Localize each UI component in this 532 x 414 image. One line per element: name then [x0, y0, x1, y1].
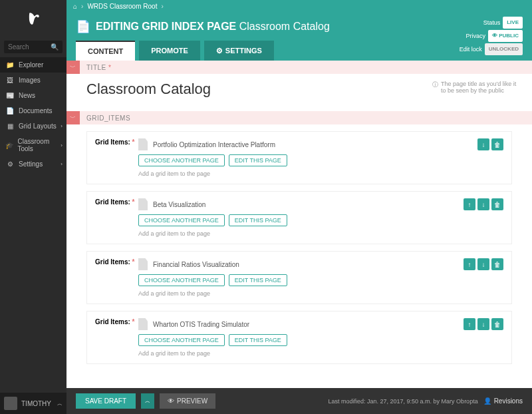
chevron-right-icon: ›: [81, 3, 83, 10]
tab-promote[interactable]: PROMOTE: [139, 41, 200, 61]
edit-page-button[interactable]: EDIT THIS PAGE: [229, 154, 287, 166]
sidebar-item-classroom-tools[interactable]: 🎓Classroom Tools›: [0, 134, 66, 156]
title-help: ⓘ The page title as you'd like it to be …: [426, 81, 519, 98]
avatar: [4, 397, 17, 410]
sidebar-item-settings[interactable]: ⚙Settings›: [0, 156, 66, 172]
search-icon: 🔍: [51, 43, 59, 51]
breadcrumb-root[interactable]: WRDS Classroom Root: [87, 3, 157, 10]
page-meta: StatusLIVE Privacy👁 PUBLIC Edit lockUNLO…: [460, 17, 523, 57]
delete-button[interactable]: 🗑: [491, 198, 503, 210]
delete-button[interactable]: 🗑: [491, 258, 503, 270]
user-name: TIMOTHY: [21, 400, 51, 407]
sidebar: 🔍 📁Explorer🖼Images📰News📄Documents▦Grid L…: [0, 0, 66, 414]
nav-label: Images: [19, 77, 41, 84]
field-hint: Add a grid item to the page: [138, 350, 493, 357]
delete-button[interactable]: 🗑: [491, 318, 503, 330]
eye-icon: 👁: [168, 397, 174, 405]
sidebar-item-images[interactable]: 🖼Images: [0, 73, 66, 88]
edit-page-button[interactable]: EDIT THIS PAGE: [229, 274, 287, 286]
gear-icon: ⚙: [216, 47, 223, 55]
help-icon: ⓘ: [432, 81, 438, 98]
edit-page-button[interactable]: EDIT THIS PAGE: [229, 214, 287, 226]
collapse-toggle[interactable]: ﹀: [66, 61, 80, 74]
grid-item: Grid Items: *Portfolio Optimization Inte…: [86, 131, 512, 184]
nav-label: News: [19, 92, 35, 99]
sidebar-item-documents[interactable]: 📄Documents: [0, 103, 66, 118]
nav-icon: 🎓: [5, 142, 13, 149]
search-input[interactable]: [8, 43, 51, 51]
move-up-button[interactable]: ↑: [464, 258, 475, 270]
user-icon: 👤: [483, 397, 491, 405]
field-label: Grid Items: *: [95, 258, 138, 266]
page-name: Wharton OTIS Trading Simulator: [153, 321, 249, 328]
last-modified: Last modified: Jan. 27, 2017, 9:50 a.m. …: [329, 398, 478, 405]
nav-icon: ⚙: [5, 160, 15, 168]
nav-label: Grid Layouts: [19, 122, 57, 130]
lock-badge[interactable]: UNLOCKED: [485, 43, 523, 55]
header: 📄 EDITING GRID INDEX PAGE Classroom Cata…: [66, 13, 532, 61]
user-bar[interactable]: TIMOTHY ︿: [0, 393, 66, 414]
grid-item: Grid Items: *Financial Ratios Visualizat…: [86, 251, 512, 304]
field-label: Grid Items: *: [95, 198, 138, 206]
choose-page-button[interactable]: CHOOSE ANOTHER PAGE: [138, 214, 225, 226]
footer: SAVE DRAFT ︿ 👁PREVIEW Last modified: Jan…: [66, 388, 532, 414]
title-input[interactable]: Classroom Catalog: [86, 81, 426, 98]
tab-settings[interactable]: ⚙SETTINGS: [204, 41, 274, 61]
document-icon: [138, 318, 148, 330]
nav-label: Settings: [19, 160, 43, 168]
content-panel: ﹀ TITLE * Classroom Catalog ⓘ The page t…: [66, 61, 532, 414]
delete-button[interactable]: 🗑: [491, 138, 503, 150]
chevron-right-icon: ›: [61, 123, 63, 129]
page-icon: 📄: [76, 19, 90, 34]
section-title-header: ﹀ TITLE *: [66, 61, 532, 74]
grid-item: Grid Items: *Beta VisualizationCHOOSE AN…: [86, 191, 512, 244]
field-hint: Add a grid item to the page: [138, 290, 493, 297]
move-down-button[interactable]: ↓: [477, 138, 489, 150]
page-name: Beta Visualization: [153, 201, 205, 208]
collapse-toggle[interactable]: ﹀: [66, 111, 80, 124]
choose-page-button[interactable]: CHOOSE ANOTHER PAGE: [138, 154, 225, 166]
field-hint: Add a grid item to the page: [138, 170, 493, 177]
move-down-button[interactable]: ↓: [477, 318, 489, 330]
tab-content[interactable]: CONTENT: [76, 41, 135, 61]
edit-page-button[interactable]: EDIT THIS PAGE: [229, 334, 287, 346]
preview-button[interactable]: 👁PREVIEW: [160, 393, 215, 409]
move-up-button[interactable]: ↑: [464, 198, 475, 210]
nav-icon: 📁: [5, 61, 15, 69]
save-menu-caret[interactable]: ︿: [141, 393, 154, 409]
page-name: Portfolio Optimization Interactive Platf…: [153, 141, 275, 148]
nav-label: Classroom Tools: [17, 138, 61, 152]
sidebar-item-explorer[interactable]: 📁Explorer: [0, 57, 66, 73]
chevron-right-icon: ›: [161, 3, 163, 10]
choose-page-button[interactable]: CHOOSE ANOTHER PAGE: [138, 334, 225, 346]
search-box[interactable]: 🔍: [4, 41, 63, 53]
move-down-button[interactable]: ↓: [477, 198, 489, 210]
nav-icon: 📰: [5, 92, 15, 99]
chevron-up-icon: ︿: [57, 400, 63, 407]
status-badge[interactable]: LIVE: [503, 17, 523, 29]
save-draft-button[interactable]: SAVE DRAFT: [76, 393, 136, 409]
main: ⌂ › WRDS Classroom Root › 📄 EDITING GRID…: [66, 0, 532, 414]
nav-label: Documents: [19, 107, 53, 114]
chevron-right-icon: ›: [61, 142, 63, 148]
nav-icon: 🖼: [5, 77, 15, 84]
field-label: Grid Items: *: [95, 318, 138, 325]
chevron-right-icon: ›: [61, 161, 63, 167]
section-grid-header: ﹀ GRID_ITEMS: [66, 111, 532, 124]
page-title: EDITING GRID INDEX PAGE Classroom Catalo…: [96, 21, 330, 33]
move-down-button[interactable]: ↓: [477, 258, 489, 270]
nav-icon: 📄: [5, 107, 15, 114]
logo: [0, 0, 66, 37]
sidebar-item-grid-layouts[interactable]: ▦Grid Layouts›: [0, 118, 66, 134]
privacy-badge[interactable]: 👁 PUBLIC: [488, 30, 523, 42]
nav-label: Explorer: [19, 61, 43, 69]
document-icon: [138, 138, 148, 150]
tabs: CONTENT PROMOTE ⚙SETTINGS: [76, 41, 523, 61]
choose-page-button[interactable]: CHOOSE ANOTHER PAGE: [138, 274, 225, 286]
breadcrumb: ⌂ › WRDS Classroom Root ›: [66, 0, 532, 13]
sidebar-item-news[interactable]: 📰News: [0, 88, 66, 103]
home-icon[interactable]: ⌂: [73, 3, 77, 10]
document-icon: [138, 198, 148, 210]
move-up-button[interactable]: ↑: [464, 318, 475, 330]
revisions-link[interactable]: 👤 Revisions: [483, 397, 523, 405]
